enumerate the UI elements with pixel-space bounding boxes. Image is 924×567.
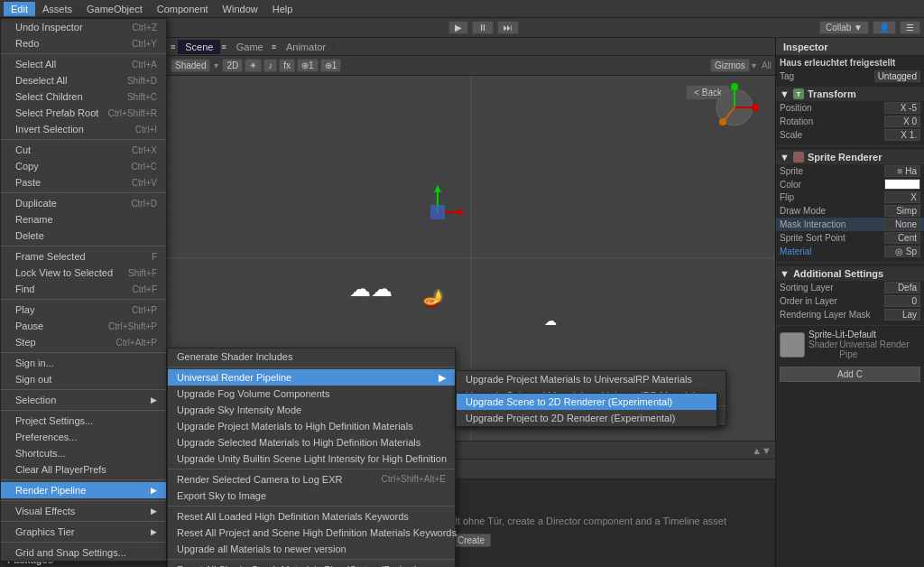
fx-btn[interactable]: fx (279, 59, 295, 72)
rp-render-selected-camera[interactable]: Render Selected Camera to Log EXR Ctrl+S… (168, 471, 455, 488)
rp-reset-loaded-hd[interactable]: Reset All Loaded High Definition Materia… (168, 508, 455, 525)
menu-sign-in[interactable]: Sign in... (1, 355, 166, 371)
menu-shortcuts[interactable]: Shortcuts... (1, 445, 166, 461)
label: Cut (15, 144, 31, 155)
rp-reset-project-scene-hd[interactable]: Reset All Project and Scene High Definit… (168, 525, 455, 541)
color-value[interactable] (884, 179, 920, 190)
rp-upgrade-unity-builtin[interactable]: Upgrade Unity Builtin Scene Light Intens… (168, 451, 455, 467)
add-component-btn[interactable]: Add C (780, 367, 920, 382)
menu-select-all[interactable]: Select All Ctrl+A (1, 56, 166, 72)
menu-component[interactable]: Component (150, 2, 216, 16)
menu-pause[interactable]: Pause Ctrl+Shift+P (1, 318, 166, 334)
rp-upgrade-project-hd[interactable]: Upgrade Project Materials to High Defini… (168, 418, 455, 434)
rp-sep-1 (168, 367, 455, 367)
shader-label: Shader (808, 339, 837, 359)
scale-x[interactable]: X 1. (884, 129, 920, 141)
shaded-btn[interactable]: Shaded (171, 59, 210, 72)
account-btn[interactable]: 👤 (873, 21, 896, 34)
pause-btn[interactable]: ⏸ (472, 21, 494, 34)
menu-step[interactable]: Step Ctrl+Alt+P (1, 334, 166, 350)
play-btn[interactable]: ▶ (448, 21, 468, 34)
rotation-x[interactable]: X 0 (884, 116, 920, 127)
menu-find[interactable]: Find Ctrl+F (1, 281, 166, 297)
sorting-layer-value[interactable]: Defa (884, 282, 920, 293)
menu-gameobject[interactable]: GameObject (79, 2, 150, 16)
renderer-upgrade-project[interactable]: Upgrade Project to 2D Renderer (Experime… (457, 410, 716, 426)
menu-project-settings[interactable]: Project Settings... (1, 413, 166, 429)
menu-delete[interactable]: Delete (1, 228, 166, 244)
menu-cut[interactable]: Cut Ctrl+X (1, 142, 166, 158)
menu-frame-selected[interactable]: Frame Selected F (1, 248, 166, 265)
menu-help[interactable]: Help (265, 2, 300, 16)
menu-window[interactable]: Window (216, 2, 265, 16)
transform-header[interactable]: ▼ T Transform (776, 87, 924, 101)
menu-preferences[interactable]: Preferences... (1, 429, 166, 445)
sprite-sort-value[interactable]: Cent (884, 232, 920, 244)
rp-generate-shader[interactable]: Generate Shader Includes (168, 349, 455, 365)
edit-menu-dropdown: Undo Inspector Ctrl+Z Redo Ctrl+Y Select… (0, 18, 167, 562)
material-value[interactable]: ◎ Sp (884, 246, 920, 257)
menu-lock-view[interactable]: Lock View to Selected Shift+F (1, 265, 166, 281)
menu-select-prefab-root[interactable]: Select Prefab Root Ctrl+Shift+R (1, 105, 166, 121)
rp-upgrade-sky[interactable]: Upgrade Sky Intensity Mode (168, 402, 455, 418)
scene-view-btn[interactable]: ⊕1 (297, 59, 319, 72)
sprite-value[interactable]: ≡ Ha (884, 165, 920, 177)
menu-selection[interactable]: Selection ▶ (1, 392, 166, 408)
rendering-layer-value[interactable]: Lay (884, 309, 920, 321)
urp-upgrade-project[interactable]: Upgrade Project Materials to UniversalRP… (457, 371, 725, 387)
scene-view2-btn[interactable]: ⊕1 (320, 59, 342, 72)
lighting-btn[interactable]: ☀ (245, 59, 262, 72)
menu-invert-selection[interactable]: Invert Selection Ctrl+I (1, 121, 166, 137)
label: Grid and Snap Settings... (15, 547, 126, 558)
menu-assets[interactable]: Assets (35, 2, 79, 16)
renderer-upgrade-scene[interactable]: Upgrade Scene to 2D Renderer (Experiment… (457, 394, 716, 410)
menu-duplicate[interactable]: Duplicate Ctrl+D (1, 195, 166, 211)
menu-graphics-tier[interactable]: Graphics Tier ▶ (1, 524, 166, 540)
flip-value[interactable]: X (884, 191, 920, 203)
rp-upgrade-all-materials[interactable]: Upgrade all Materials to newer version (168, 541, 455, 557)
label: Find (15, 284, 34, 294)
gizmos-btn[interactable]: Gizmos (710, 59, 750, 72)
timeline-resize-handle[interactable]: ▲▼ (752, 445, 772, 456)
menu-visual-effects[interactable]: Visual Effects ▶ (1, 503, 166, 519)
scene-tab[interactable]: Scene (178, 40, 221, 54)
step-btn[interactable]: ⏭ (497, 21, 519, 34)
rp-upgrade-fog[interactable]: Upgrade Fog Volume Components (168, 386, 455, 402)
toolbar-separator: ▾ (214, 60, 218, 70)
position-x[interactable]: X -5 (884, 102, 920, 114)
audio-btn[interactable]: ♪ (263, 59, 277, 72)
menu-redo[interactable]: Redo Ctrl+Y (1, 35, 166, 51)
menu-edit[interactable]: Edit (4, 2, 35, 16)
rp-upgrade-selected-hd[interactable]: Upgrade Selected Materials to High Defin… (168, 434, 455, 451)
menu-clear-playerprefs[interactable]: Clear All PlayerPrefs (1, 461, 166, 478)
menu-grid-snap[interactable]: Grid and Snap Settings... (1, 544, 166, 561)
menu-play[interactable]: Play Ctrl+P (1, 302, 166, 318)
menu-undo[interactable]: Undo Inspector Ctrl+Z (1, 19, 166, 35)
sprite-renderer-header[interactable]: ▼ Sprite Renderer (776, 150, 924, 164)
order-value[interactable]: 0 (884, 295, 920, 307)
mask-interaction-value[interactable]: None (884, 218, 920, 230)
menu-select-children[interactable]: Select Children Shift+C (1, 88, 166, 105)
rp-universal[interactable]: Universal Render Pipeline ▶ (168, 369, 455, 386)
menu-render-pipeline[interactable]: Render Pipeline ▶ (1, 482, 166, 498)
menu-sign-out[interactable]: Sign out (1, 371, 166, 387)
label: Play (15, 304, 34, 315)
menu-deselect-all[interactable]: Deselect All Shift+D (1, 72, 166, 88)
2d-btn[interactable]: 2D (222, 59, 243, 72)
rp-export-sky[interactable]: Export Sky to Image (168, 488, 455, 504)
sep-9 (1, 479, 166, 480)
menu-rename[interactable]: Rename (1, 211, 166, 228)
animator-tab[interactable]: Animator (279, 40, 334, 54)
additional-settings-header[interactable]: ▼ Additional Settings (776, 266, 924, 281)
collab-btn[interactable]: Collab ▼ (819, 21, 869, 34)
tag-value[interactable]: Untagged (874, 70, 920, 82)
label: Frame Selected (15, 251, 86, 262)
timeline-create-btn[interactable]: Create (451, 534, 491, 547)
material-preview-row: Sprite-Lit-Default Shader Universal Rend… (776, 326, 924, 363)
game-tab[interactable]: Game (229, 40, 272, 54)
menu-paste[interactable]: Paste Ctrl+V (1, 174, 166, 191)
menu-copy[interactable]: Copy Ctrl+C (1, 158, 166, 174)
draw-mode-value[interactable]: Simp (884, 205, 920, 217)
layers-btn[interactable]: ☰ (900, 21, 920, 34)
rp-reset-shadergraph-project[interactable]: Reset All ShaderGraph Materials BlendSta… (168, 562, 455, 567)
